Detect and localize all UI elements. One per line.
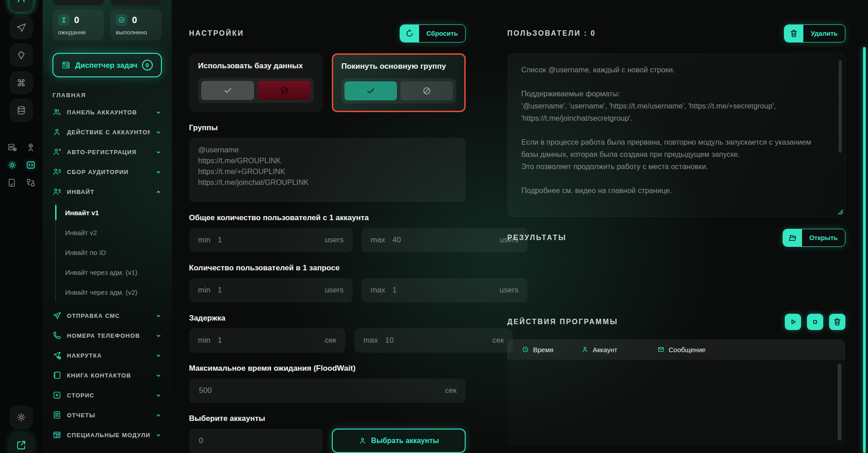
- sidebar-item-auto-registration[interactable]: АВТО-РЕГИСТРАЦИЯ: [52, 142, 162, 162]
- sidebar-stats: 0 ожидание 0 выполнено: [52, 9, 162, 40]
- users-title: ПОЛЬЗОВАТЕЛИ : 0: [507, 29, 596, 38]
- external-link-icon: [16, 439, 27, 450]
- reset-button[interactable]: Сбросить: [400, 24, 466, 42]
- sidebar-item-special-modules[interactable]: СПЕЦИАЛЬНЫЕ МОДУЛИ: [52, 425, 162, 445]
- accounts-count-input[interactable]: [198, 436, 314, 446]
- total-users-min-input[interactable]: [217, 235, 318, 245]
- sidebar-item-account-action[interactable]: ДЕЙСТВИЕ С АККАУНТОМ: [52, 122, 162, 142]
- total-users-section: Общее количество пользователей с 1 аккау…: [189, 213, 466, 252]
- sidebar-item-label: КНИГА КОНТАКТОВ: [67, 372, 150, 379]
- total-users-max-input[interactable]: [392, 235, 493, 245]
- delete-users-button[interactable]: Удалить: [784, 24, 845, 42]
- sidebar: 0 ожидание 0 выполнено Диспетчер задач 0…: [42, 0, 172, 453]
- open-results-button[interactable]: Открыть: [783, 229, 845, 247]
- floodwait-input[interactable]: [198, 386, 439, 396]
- person-cam-icon[interactable]: [26, 142, 36, 152]
- chevron-down-icon: [155, 332, 162, 339]
- main-content: НАСТРОЙКИ Сбросить Использовать базу дан…: [172, 0, 868, 453]
- clear-log-button[interactable]: [829, 314, 845, 330]
- users-per-request-min-input[interactable]: [217, 285, 318, 295]
- chevron-down-icon: [155, 452, 162, 453]
- envelope-icon: [657, 346, 665, 353]
- sidebar-item-contact-book[interactable]: КНИГА КОНТАКТОВ: [52, 365, 162, 385]
- use-database-no-button[interactable]: [258, 81, 311, 100]
- actions-log-scrollbar[interactable]: [838, 363, 841, 440]
- rail-external-link-button[interactable]: [9, 433, 33, 453]
- sidebar-item-proxy-pool-checker[interactable]: ЧЕКЕР ПУЛА ПРОКСИ: [52, 445, 162, 453]
- stop-button[interactable]: [807, 314, 823, 330]
- phone-icon: [52, 331, 61, 340]
- task-manager-button[interactable]: Диспетчер задач 0: [52, 53, 162, 77]
- sidebar-item-phone-numbers[interactable]: НОМЕРА ТЕЛЕФОНОВ: [52, 326, 162, 345]
- stat-pending: 0 ожидание: [52, 9, 104, 40]
- rail-command-button[interactable]: [9, 71, 33, 94]
- sidebar-item-label: СПЕЦИАЛЬНЫЕ МОДУЛИ: [67, 432, 150, 439]
- resize-handle-icon[interactable]: [837, 209, 844, 215]
- gear-icon[interactable]: [7, 160, 17, 170]
- sidebar-item-label: НАКРУТКА: [67, 352, 150, 359]
- sidebar-item-reports[interactable]: ОТЧЕТЫ: [52, 405, 162, 425]
- floodwait-section: Максимальное время ожидания (FloodWait) …: [189, 364, 466, 403]
- rail-diamond-button[interactable]: [9, 43, 33, 67]
- use-database-yes-button[interactable]: [201, 81, 254, 100]
- sidebar-item-sms-sending[interactable]: ОТПРАВКА СМС: [52, 306, 162, 326]
- delay-max-input[interactable]: [384, 335, 486, 345]
- sidebar-item-stories[interactable]: СТОРИС: [52, 385, 162, 405]
- chevron-down-icon: [155, 352, 162, 359]
- submenu-item-invite-v2[interactable]: Инвайт v2: [56, 222, 162, 242]
- task-manager-label: Диспетчер задач: [75, 61, 137, 70]
- cut-card: [52, 0, 104, 5]
- rail-database-button[interactable]: [9, 99, 33, 122]
- groups-label: Группы: [189, 123, 466, 132]
- sidebar-item-audience-collection[interactable]: СБОР АУДИТОРИИ: [52, 162, 162, 182]
- sidebar-item-label: ОТПРАВКА СМС: [67, 312, 150, 319]
- rail-settings-button[interactable]: [9, 406, 33, 429]
- groups-textarea[interactable]: [189, 138, 466, 202]
- play-button[interactable]: [785, 314, 801, 330]
- leave-group-yes-button[interactable]: [344, 81, 397, 100]
- rail-active-module-button[interactable]: [9, 0, 33, 12]
- page-scrollbar[interactable]: [863, 47, 866, 453]
- swap-icon[interactable]: [26, 178, 36, 188]
- person-icon: [52, 127, 61, 137]
- app-root: 0 ожидание 0 выполнено Диспетчер задач 0…: [0, 0, 868, 453]
- select-accounts-button[interactable]: Выбрать аккаунты: [332, 429, 466, 453]
- units-suffix: users: [325, 286, 344, 295]
- trash-icon: [784, 25, 803, 42]
- units-suffix: сек: [325, 336, 336, 345]
- actions-log-table: Время Аккаунт Сообщение: [507, 339, 845, 446]
- floodwait-field: сек: [189, 378, 466, 403]
- actions-header: ДЕЙСТВИЯ ПРОГРАММЫ: [507, 314, 845, 330]
- sidebar-item-accounts-panel[interactable]: ПАНЕЛЬ АККАУНТОВ: [52, 102, 162, 122]
- users-textarea-scrollbar[interactable]: [839, 60, 842, 153]
- submenu-item-label: Инвайт через адм. (v2): [65, 288, 137, 296]
- sidebar-item-boosting[interactable]: НАКРУТКА: [52, 345, 162, 365]
- delay-min-field: min сек: [189, 328, 345, 353]
- delay-min-input[interactable]: [217, 335, 318, 345]
- users-per-request-max-input[interactable]: [392, 285, 493, 295]
- rail-send-button[interactable]: [9, 16, 33, 39]
- chevron-up-icon: [155, 189, 162, 195]
- submenu-item-invite-v1[interactable]: Инвайт v1: [56, 203, 162, 222]
- units-suffix: сек: [445, 386, 457, 395]
- report-icon: [52, 411, 61, 420]
- users-textarea[interactable]: [508, 54, 845, 217]
- sidebar-item-label: ПАНЕЛЬ АККАУНТОВ: [67, 109, 150, 116]
- delay-section: Задержка min сек max сек: [189, 314, 466, 353]
- chevron-down-icon: [155, 432, 162, 439]
- groups-section: Группы: [189, 123, 466, 202]
- server-check-icon[interactable]: [7, 142, 17, 152]
- submenu-item-invite-admin-v1[interactable]: Инвайт через адм. (v1): [56, 262, 162, 282]
- total-users-min-field: min users: [189, 228, 353, 252]
- users-per-request-label: Количество пользователей в 1 запросе: [189, 264, 466, 273]
- plus-square-icon: [52, 391, 61, 400]
- sidebar-item-label: ДЕЙСТВИЕ С АККАУНТОМ: [67, 129, 150, 136]
- submenu-item-invite-by-id[interactable]: Инвайт по ID: [56, 242, 162, 262]
- doc-check-icon[interactable]: [7, 178, 17, 188]
- leave-group-no-button[interactable]: [401, 81, 453, 100]
- submenu-item-invite-admin-v2[interactable]: Инвайт через адм. (v2): [56, 282, 162, 302]
- trash-icon: [833, 317, 842, 326]
- column-message: Сообщение: [657, 346, 706, 354]
- sidebar-item-invite[interactable]: ИНВАЙТ: [52, 182, 162, 202]
- code-window-icon[interactable]: [26, 160, 36, 170]
